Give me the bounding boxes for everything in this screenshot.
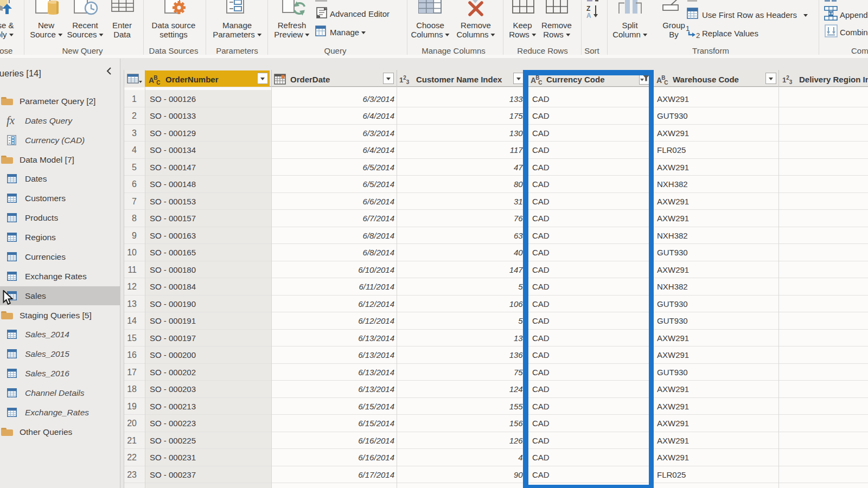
svg-text:A: A — [586, 12, 591, 20]
svg-text:Z: Z — [586, 5, 590, 12]
svg-text:2: 2 — [696, 31, 700, 40]
svg-text:1: 1 — [686, 24, 690, 33]
